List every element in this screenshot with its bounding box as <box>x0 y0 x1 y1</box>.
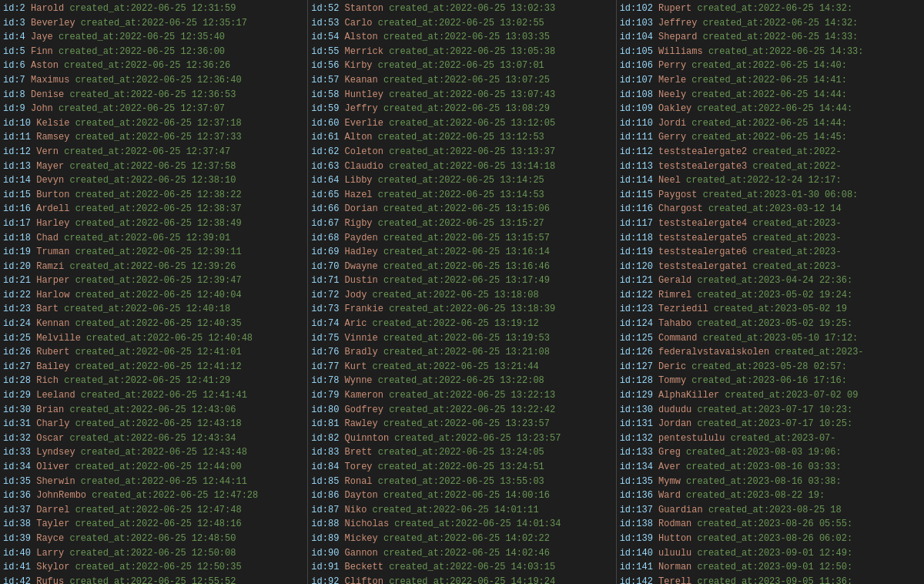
row-date: created_at:2022-06-25 12:43:18 <box>75 418 242 429</box>
row-id: id:132 <box>620 433 653 444</box>
row-name: Skylor <box>31 562 75 572</box>
row-id: id:16 <box>3 203 31 214</box>
row-date: created_at:2022-06-25 12:36:26 <box>64 60 230 71</box>
row-name: Ward <box>653 490 686 501</box>
row-id: id:135 <box>620 476 653 487</box>
row-name: dududu <box>653 404 698 415</box>
row-name: uluulu <box>653 548 698 559</box>
row-date: created_at:2022-06-25 12:41:41 <box>81 390 247 401</box>
row-name: Jordan <box>653 418 698 429</box>
row-date: created_at:2022-06-25 13:15:57 <box>383 233 550 243</box>
row-id: id:139 <box>620 533 653 544</box>
row-date: created_at:2022-06-25 13:16:46 <box>383 261 550 272</box>
row-name: Terell <box>653 576 698 584</box>
table-row: id:113 teststealergate3 created_at:2022- <box>620 159 921 174</box>
row-id: id:140 <box>620 548 653 559</box>
row-id: id:69 <box>311 247 339 257</box>
row-date: created_at:2022-06-25 12:36:40 <box>75 75 242 86</box>
row-date: created_at:2022-06-25 13:05:38 <box>389 46 555 57</box>
table-row: id:114 Neel created_at:2022-12-24 12:17: <box>620 173 921 188</box>
table-row: id:26 Rubert created_at:2022-06-25 12:41… <box>3 345 304 360</box>
row-id: id:82 <box>311 433 339 444</box>
row-date: created_at:2022-06-25 12:38:10 <box>69 175 236 186</box>
row-id: id:17 <box>3 218 31 229</box>
table-row: id:88 Nicholas created_at:2022-06-25 14:… <box>311 517 612 532</box>
row-date: created_at:2022-06-25 14:33: <box>703 32 859 42</box>
row-name: Ronal <box>339 476 377 487</box>
column-2: id:102 Rupert created_at:2022-06-25 14:3… <box>617 0 924 584</box>
row-date: created_at:2022-06-25 13:55:03 <box>378 476 544 487</box>
row-id: id:12 <box>3 146 31 157</box>
row-id: id:70 <box>311 261 339 272</box>
row-date: created_at:2022-06-25 13:03:35 <box>383 32 550 42</box>
row-date: created_at:2022-06-25 13:23:57 <box>394 433 561 444</box>
table-row: id:128 Tommy created_at:2023-06-16 17:16… <box>620 374 921 388</box>
row-id: id:4 <box>3 32 25 42</box>
row-name: Perry <box>653 60 691 71</box>
table-row: id:16 Ardell created_at:2022-06-25 12:38… <box>3 202 304 216</box>
row-id: id:128 <box>620 375 653 386</box>
table-row: id:24 Kennan created_at:2022-06-25 12:40… <box>3 317 304 331</box>
row-date: created_at:2022-06-25 14:44: <box>691 118 847 129</box>
row-name: Harold <box>25 3 70 14</box>
row-name: Dwayne <box>339 261 383 272</box>
row-date: created_at:2022-06-25 12:40:48 <box>86 333 253 344</box>
row-id: id:141 <box>620 562 653 572</box>
row-id: id:89 <box>311 533 339 544</box>
table-row: id:38 Tayler created_at:2022-06-25 12:48… <box>3 517 304 532</box>
row-id: id:118 <box>620 233 653 243</box>
row-name: Quinnton <box>339 433 394 444</box>
row-id: id:122 <box>620 290 653 300</box>
row-id: id:33 <box>3 447 31 458</box>
row-date: created_at:2022-06-25 12:37:47 <box>64 146 230 157</box>
table-row: id:30 Brian created_at:2022-06-25 12:43:… <box>3 403 304 418</box>
table-row: id:135 Mymw created_at:2023-08-16 03:38: <box>620 475 921 489</box>
row-name: Keanan <box>339 75 383 86</box>
row-name: Tayler <box>31 519 75 529</box>
row-name: Alton <box>339 132 377 143</box>
table-row: id:115 Paygost created_at:2023-01-30 06:… <box>620 188 921 203</box>
row-id: id:5 <box>3 46 25 57</box>
row-date: created_at:2022-06-25 12:43:06 <box>69 404 236 415</box>
row-date: created_at:2022-06-25 12:50:08 <box>69 548 236 559</box>
row-date: created_at:2022-06-25 13:21:08 <box>383 347 550 357</box>
row-id: id:86 <box>311 490 339 501</box>
row-id: id:108 <box>620 89 653 100</box>
row-id: id:40 <box>3 548 31 559</box>
table-row: id:42 Rufus created_at:2022-06-25 12:55:… <box>3 575 304 584</box>
row-id: id:34 <box>3 461 31 472</box>
row-name: Dorian <box>339 203 383 214</box>
row-name: pentestululu <box>653 433 731 444</box>
row-id: id:111 <box>620 132 653 143</box>
row-id: id:14 <box>3 175 31 186</box>
row-id: id:90 <box>311 548 339 559</box>
table-row: id:6 Aston created_at:2022-06-25 12:36:2… <box>3 59 304 73</box>
table-row: id:20 Ramzi created_at:2022-06-25 12:39:… <box>3 260 304 274</box>
row-name: teststealergate1 <box>653 261 753 272</box>
table-row: id:27 Bailey created_at:2022-06-25 12:41… <box>3 360 304 374</box>
row-id: id:107 <box>620 75 653 86</box>
row-id: id:102 <box>620 3 653 14</box>
row-date: created_at:2022-06-25 12:39:47 <box>75 275 242 286</box>
table-row: id:28 Rich created_at:2022-06-25 12:41:2… <box>3 374 304 388</box>
row-id: id:112 <box>620 146 653 157</box>
row-date: created_at:2022-06-25 13:14:53 <box>378 190 544 200</box>
row-date: created_at:2022-06-25 13:02:33 <box>389 3 555 14</box>
table-row: id:85 Ronal created_at:2022-06-25 13:55:… <box>311 475 612 489</box>
row-date: created_at:2022-06-25 14:01:34 <box>394 519 561 529</box>
row-id: id:116 <box>620 203 653 214</box>
row-date: created_at:2022-06-25 14:40: <box>691 60 847 71</box>
table-row: id:108 Neely created_at:2022-06-25 14:44… <box>620 88 921 102</box>
row-name: Rufus <box>31 576 69 584</box>
table-row: id:110 Jordi created_at:2022-06-25 14:44… <box>620 116 921 131</box>
row-name: Rodman <box>653 519 698 529</box>
table-row: id:122 Rimrel created_at:2023-05-02 19:2… <box>620 288 921 303</box>
row-id: id:39 <box>3 533 31 544</box>
table-row: id:11 Ramsey created_at:2022-06-25 12:37… <box>3 130 304 145</box>
row-name: Nicholas <box>339 519 394 529</box>
table-row: id:31 Charly created_at:2022-06-25 12:43… <box>3 417 304 431</box>
row-date: created_at:2022-06-25 12:38:37 <box>75 203 242 214</box>
row-name: Deric <box>653 361 691 372</box>
row-name: Aric <box>339 318 372 329</box>
row-date: created_at:2022-06-25 13:21:44 <box>373 361 539 372</box>
